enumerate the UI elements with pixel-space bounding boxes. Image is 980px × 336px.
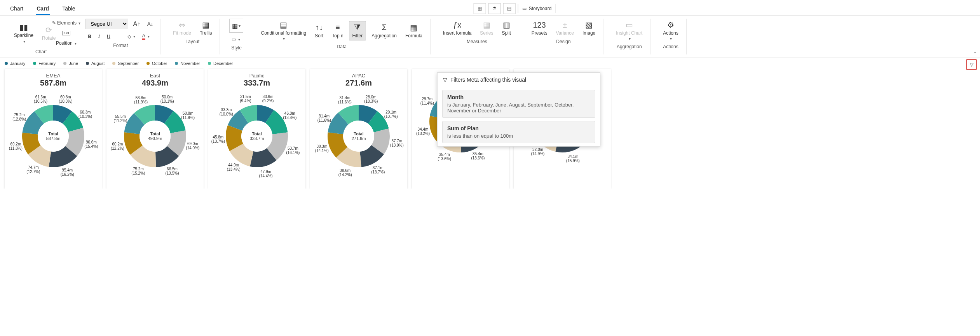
split-icon: ▥ <box>503 20 510 30</box>
sparkline-button[interactable]: ▮▮Sparkline▾ <box>11 21 37 45</box>
slice-label: 34.4m(13.2%) <box>413 127 433 136</box>
filter-mode-icon[interactable]: ⚗ <box>488 3 501 14</box>
chart-card: Pacific 333.7m 30.6m(9.2%)46.0m(13.8%)53… <box>208 69 305 189</box>
pencil-icon: ✎ <box>52 20 56 26</box>
series-icon: ▦ <box>483 20 490 30</box>
aggregation-button[interactable]: ΣAggregation <box>368 21 400 40</box>
legend-dot <box>146 62 150 65</box>
ribbon-collapse-button[interactable]: ⌄ <box>973 49 977 54</box>
sort-icon: ↑↓ <box>315 23 323 32</box>
slice-label: 46.0m(13.8%) <box>280 111 300 120</box>
slice-label: 29.7m(11.4%) <box>417 97 437 105</box>
filter-name: Sum of Plan <box>447 125 590 131</box>
grid-mode-icon[interactable]: ▤ <box>503 3 516 14</box>
fill-color-button[interactable]: ◇▾ <box>125 32 138 41</box>
group-design-label: Design <box>556 39 570 44</box>
legend-item[interactable]: November <box>175 61 200 66</box>
style-border-button[interactable]: ▭▾ <box>229 35 243 44</box>
legend-item[interactable]: October <box>146 61 167 66</box>
slice-label: 35.4m(13.6%) <box>435 152 454 161</box>
font-shrink-button[interactable]: A↓ <box>145 19 155 28</box>
slice-label: 29.1m(10.7%) <box>381 110 401 119</box>
filter-desc: is less than on equal to 100m <box>447 133 590 139</box>
legend-dot <box>33 62 36 65</box>
conditional-icon: ▤ <box>280 20 287 30</box>
underline-button[interactable]: U <box>105 32 113 41</box>
fitmode-button: ⇔Fit mode <box>170 19 194 37</box>
insight-chart-button: ▭Insight Chart▾ <box>613 19 645 42</box>
tab-card[interactable]: Card <box>36 3 50 15</box>
split-button[interactable]: ▥Split <box>499 19 514 37</box>
actions-icon: ⚙ <box>667 20 674 30</box>
italic-button[interactable]: I <box>96 32 102 41</box>
donut-chart[interactable]: 50.0m(10.1%)58.8m(11.9%)69.0m(14.0%)66.5… <box>110 91 200 181</box>
conditional-formatting-button[interactable]: ▤Conditional formatting▾ <box>258 19 309 42</box>
layout-mode-icon[interactable]: ▦ <box>474 3 486 14</box>
funnel-icon: ▽ <box>443 77 447 83</box>
topn-button[interactable]: ≡Top n <box>329 21 346 40</box>
card-title: Pacific <box>249 73 264 79</box>
group-format-label: Format <box>113 43 128 48</box>
legend-item[interactable]: June <box>63 61 78 66</box>
slice-label: 66.5m(13.5%) <box>162 167 182 175</box>
kpi-button[interactable]: KPI <box>61 29 71 37</box>
filter-item[interactable]: Monthis January, February, June, August,… <box>442 90 595 118</box>
group-chart-label: Chart <box>35 49 47 54</box>
group-aggregation-label: Aggregation <box>617 44 642 49</box>
legend-item[interactable]: August <box>86 61 105 66</box>
legend-dot <box>112 62 115 65</box>
bold-button[interactable]: B <box>85 32 94 41</box>
card-value: 333.7m <box>244 79 270 88</box>
card-value: 271.6m <box>345 79 372 88</box>
legend-label: November <box>180 61 200 66</box>
sigma-icon: Σ <box>382 23 386 32</box>
legend-item[interactable]: September <box>112 61 139 66</box>
font-grow-button[interactable]: A↑ <box>131 19 143 29</box>
slice-label: 58.8m(11.9%) <box>178 111 198 120</box>
legend: JanuaryFebruaryJuneAugustSeptemberOctobe… <box>0 58 980 69</box>
legend-label: June <box>69 61 78 66</box>
actions-button[interactable]: ⚙Actions▾ <box>660 19 681 42</box>
variance-icon: ± <box>563 20 567 30</box>
tab-chart[interactable]: Chart <box>9 3 24 15</box>
formula-button[interactable]: ▦Formula <box>402 21 425 40</box>
donut-chart[interactable]: 60.8m(10.3%)60.3m(10.3%)90.6m(15.4%)95.4… <box>9 91 98 181</box>
legend-item[interactable]: February <box>33 61 56 66</box>
style-icon: ▦ <box>232 22 238 30</box>
image-button[interactable]: ▧Image <box>579 19 598 37</box>
filter-toggle-button[interactable]: ▽ <box>966 59 977 70</box>
tab-table[interactable]: Table <box>61 3 76 15</box>
donut-chart[interactable]: 30.6m(9.2%)46.0m(13.8%)53.7m(16.1%)47.9m… <box>212 91 302 181</box>
font-color-button[interactable]: A▾ <box>140 32 152 41</box>
variance-button: ±Variance <box>553 19 577 37</box>
position-button[interactable]: Position ▾ <box>61 39 71 47</box>
legend-item[interactable]: December <box>208 61 233 66</box>
trellis-button[interactable]: ▦Trellis <box>197 19 215 37</box>
slice-label: 60.2m(12.2%) <box>108 142 127 150</box>
presets-button[interactable]: 123Presets <box>528 19 551 37</box>
donut-chart[interactable]: 28.0m(10.3%)29.1m(10.7%)37.7m(13.9%)37.1… <box>314 91 403 181</box>
donut-center: Total587.8m <box>46 131 61 141</box>
sort-button[interactable]: ↑↓Sort <box>312 21 326 40</box>
legend-dot <box>208 62 211 65</box>
slice-label: 30.6m(9.2%) <box>258 94 278 103</box>
elements-button[interactable]: ✎ Elements ▾ <box>61 19 71 27</box>
legend-dot <box>63 62 66 65</box>
card-value: 493.9m <box>142 79 168 88</box>
image-icon: ▧ <box>585 20 593 30</box>
font-select[interactable]: Segoe UI <box>85 19 128 29</box>
style-preset-button[interactable]: ▦▾ <box>229 19 243 33</box>
insert-formula-button[interactable]: ƒxInsert formula <box>440 19 474 37</box>
slice-label: 74.7m(12.7%) <box>24 165 43 174</box>
funnel-icon: ▽ <box>970 62 973 67</box>
slice-label: 47.9m(14.4%) <box>256 170 276 178</box>
slice-label: 69.0m(14.0%) <box>183 142 202 150</box>
topn-icon: ≡ <box>335 23 340 32</box>
filter-item[interactable]: Sum of Planis less than on equal to 100m <box>442 121 595 143</box>
fitmode-icon: ⇔ <box>179 20 185 30</box>
storyboard-button[interactable]: ▭Storyboard <box>518 4 556 13</box>
donut-center: Total271.6m <box>352 131 366 141</box>
kpi-icon: KPI <box>62 31 70 35</box>
filter-button[interactable]: ⧩Filter <box>349 21 366 40</box>
legend-item[interactable]: January <box>5 61 25 66</box>
